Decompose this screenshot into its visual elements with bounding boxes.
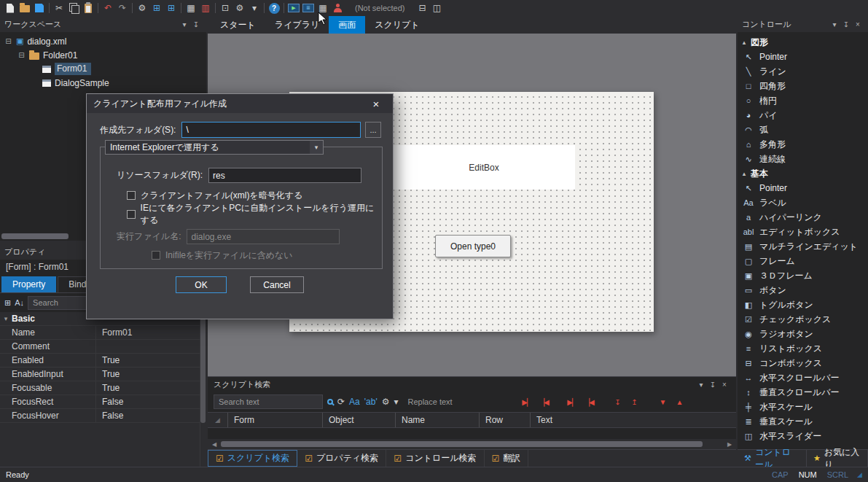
toolbox-item[interactable]: ↖ Pointer bbox=[738, 181, 868, 195]
scrollbar-thumb[interactable] bbox=[200, 314, 206, 423]
add-screen-icon[interactable]: ⊞ bbox=[149, 1, 164, 15]
window-layout-icon[interactable]: ⊟ bbox=[415, 1, 429, 15]
scroll-right-icon[interactable]: ▶ bbox=[724, 441, 735, 448]
ok-button[interactable]: OK bbox=[176, 276, 227, 293]
search-text-input[interactable] bbox=[214, 394, 323, 409]
copy-icon[interactable] bbox=[66, 1, 81, 15]
search-panel-tab[interactable]: ☑ コントロール検索 bbox=[386, 450, 484, 467]
encrypt-checkbox-row[interactable]: クライアントファイル(xml)を暗号化する bbox=[127, 190, 302, 201]
toolbox-item[interactable]: ◉ ラジオボタン bbox=[738, 327, 868, 341]
toolbox-item[interactable]: ▭ ボタン bbox=[738, 283, 868, 298]
find-prev-icon[interactable]: ▕◀ bbox=[582, 398, 595, 406]
property-row[interactable]: FocusHover False bbox=[0, 409, 206, 423]
toolbox-item[interactable]: ◫ 水平スライダー bbox=[738, 429, 868, 443]
document-tab[interactable]: スクリプト bbox=[365, 16, 429, 34]
chevron-down-icon[interactable]: ▾ bbox=[310, 141, 323, 154]
editbox-control[interactable]: EditBox bbox=[393, 145, 575, 190]
find-next-in-form-icon[interactable]: ▶▏ bbox=[520, 398, 533, 406]
toolbox-item[interactable]: ▣ ３Ｄフレーム bbox=[738, 268, 868, 283]
toolbox-item[interactable]: □ 四角形 bbox=[738, 79, 868, 93]
tree-item-folder01[interactable]: ⊟ Folder01 bbox=[0, 48, 206, 62]
toolbox-item[interactable]: ∿ 連続線 bbox=[738, 152, 868, 166]
scrollbar-thumb[interactable] bbox=[221, 441, 703, 447]
browse-button[interactable]: ... bbox=[365, 122, 381, 138]
paste-icon[interactable] bbox=[81, 1, 95, 15]
section-expander-icon[interactable]: ▴ bbox=[738, 170, 751, 177]
redo-icon[interactable]: ↷ bbox=[115, 1, 130, 15]
toolbox-item[interactable]: Aa ラベル bbox=[738, 195, 868, 210]
results-column-header[interactable]: Name bbox=[396, 413, 480, 427]
screen-icon[interactable]: ⊡ bbox=[218, 1, 232, 15]
category-expander-icon[interactable]: ▾ bbox=[0, 315, 12, 322]
dialog-title-bar[interactable]: クライアント配布用ファイル作成 × bbox=[87, 94, 393, 113]
categorized-view-icon[interactable]: ⊞ bbox=[4, 298, 11, 308]
autoinstall-checkbox-row[interactable]: IEにて各クライアントPCに自動インストールを行う運用にする bbox=[127, 209, 382, 220]
section-expander-icon[interactable]: ▴ bbox=[738, 39, 751, 46]
script-screen-icon[interactable]: ≣ bbox=[301, 1, 316, 15]
refresh-icon[interactable]: ⟳ bbox=[337, 397, 345, 407]
run-screen-icon[interactable]: ▶ bbox=[286, 1, 301, 15]
property-row[interactable]: Name Form01 bbox=[0, 326, 206, 340]
close-icon[interactable]: × bbox=[366, 98, 386, 110]
add-library-icon[interactable]: ⊞ bbox=[164, 1, 179, 15]
property-row[interactable]: Comment bbox=[0, 340, 206, 354]
tree-item-dialog-xml[interactable]: ⊟ ▣ dialog.xml bbox=[0, 34, 206, 48]
toolbox-item[interactable]: abl エディットボックス bbox=[738, 225, 868, 239]
prev-match-icon[interactable]: ▲ bbox=[673, 398, 685, 406]
split-view-icon[interactable]: ◫ bbox=[429, 1, 444, 15]
next-match-icon[interactable]: ▼ bbox=[656, 398, 668, 406]
collapse-icon[interactable]: ⊟ bbox=[17, 51, 26, 59]
tab-property[interactable]: Property bbox=[1, 276, 56, 292]
scroll-left-icon[interactable]: ◀ bbox=[209, 441, 219, 448]
settings-gear-icon[interactable]: ⚙ bbox=[135, 1, 149, 15]
document-tab[interactable]: スタート bbox=[211, 16, 265, 34]
grid-icon[interactable]: ▦ bbox=[184, 1, 198, 15]
results-column-header[interactable]: Form bbox=[228, 413, 323, 427]
deployment-mode-combobox[interactable]: Internet Explorerで運用する ▾ bbox=[105, 140, 324, 155]
tree-item-form01[interactable]: Form01 bbox=[0, 62, 206, 76]
match-case-icon[interactable]: Aa bbox=[349, 397, 360, 407]
results-column-header[interactable]: Object bbox=[323, 413, 396, 427]
toolbox-item[interactable]: ╲ ライン bbox=[738, 64, 868, 79]
toolbox-item[interactable]: ≣ 垂直スケール bbox=[738, 414, 868, 429]
search-options-gear-icon[interactable]: ⚙ bbox=[382, 397, 390, 407]
document-tab[interactable]: 画面 bbox=[329, 16, 365, 34]
search-icon[interactable] bbox=[327, 399, 333, 405]
toolbox-item[interactable]: ≡ リストボックス bbox=[738, 341, 868, 356]
tab-favorites[interactable]: ★ お気に入り bbox=[807, 450, 868, 467]
cut-icon[interactable]: ✂ bbox=[52, 1, 66, 15]
grid-snap-icon[interactable]: ▥ bbox=[198, 1, 213, 15]
toolbox-item[interactable]: ▢ フレーム bbox=[738, 254, 868, 268]
search-panel-tab[interactable]: ☑ 翻訳 bbox=[485, 450, 529, 467]
new-file-icon[interactable] bbox=[3, 1, 17, 15]
chevron-down-icon[interactable]: ▾ bbox=[179, 20, 190, 28]
search-panel-tab[interactable]: ☑ プロパティ検索 bbox=[297, 450, 386, 467]
close-icon[interactable]: × bbox=[719, 381, 730, 389]
find-next-icon[interactable]: ▶▏ bbox=[566, 398, 578, 406]
pin-icon[interactable]: ↧ bbox=[840, 20, 852, 28]
toolbox-item[interactable]: ○ 楕円 bbox=[738, 93, 868, 108]
toolbox-item[interactable]: ☑ チェックボックス bbox=[738, 312, 868, 327]
collapse-icon[interactable]: ⊟ bbox=[4, 37, 12, 45]
tree-item-dialogsample[interactable]: DialogSample bbox=[0, 76, 206, 90]
help-icon[interactable]: ? bbox=[267, 1, 281, 15]
toolbox-item[interactable]: ◠ 弧 bbox=[738, 123, 868, 137]
open-folder-icon[interactable] bbox=[17, 1, 32, 15]
sort-alphabetical-icon[interactable]: A↓ bbox=[15, 298, 24, 307]
toolbox-item[interactable]: ╪ 水平スケール bbox=[738, 400, 868, 414]
pin-icon[interactable]: ↧ bbox=[190, 20, 202, 28]
checkbox-icon[interactable] bbox=[127, 210, 136, 219]
property-row[interactable]: EnabledInput True bbox=[0, 368, 206, 381]
open-type0-button-control[interactable]: Open type0 bbox=[435, 235, 511, 257]
property-row[interactable]: FocusRect False bbox=[0, 395, 206, 409]
property-grid-scrollbar[interactable] bbox=[200, 312, 206, 467]
section-basic[interactable]: ▴ 基本 bbox=[738, 166, 868, 181]
resize-grip[interactable]: ◢ bbox=[857, 471, 862, 478]
replace-text-input[interactable] bbox=[402, 394, 512, 409]
property-row[interactable]: Enabled True bbox=[0, 354, 206, 368]
resource-folder-input[interactable] bbox=[208, 168, 361, 183]
results-table-body[interactable] bbox=[208, 428, 736, 439]
undo-icon[interactable]: ↶ bbox=[101, 1, 115, 15]
toolbox-item[interactable]: ◧ トグルボタン bbox=[738, 298, 868, 312]
screen-settings-icon[interactable]: ⚙ bbox=[232, 1, 247, 15]
